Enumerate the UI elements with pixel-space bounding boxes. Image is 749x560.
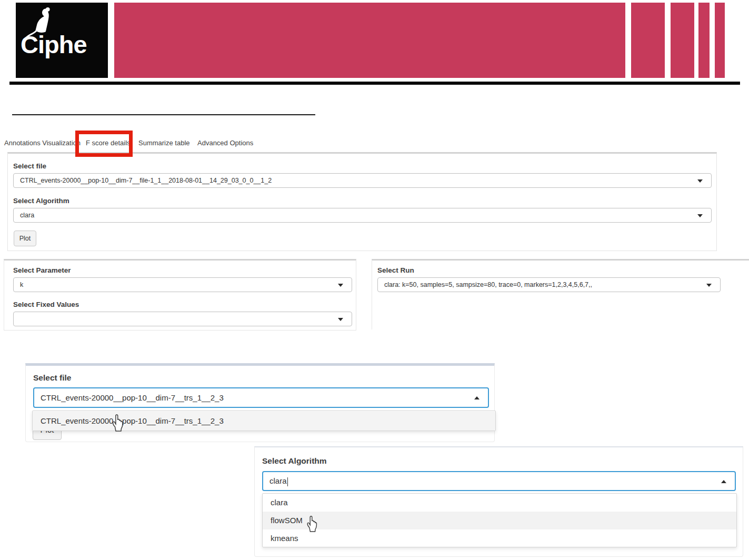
plot-button[interactable]: Plot xyxy=(14,231,36,246)
header-banner-bar xyxy=(698,3,710,78)
tab-summarize-table[interactable]: Summarize table xyxy=(138,139,190,147)
select-parameter-value: k xyxy=(20,281,23,288)
select-file-value: CTRL_events-20000__pop-10__dim-7__trs_1_… xyxy=(41,393,224,402)
select-file-label: Select file xyxy=(33,373,71,383)
ciphe-logo: Ciphe xyxy=(16,3,108,78)
tab-advanced-options[interactable]: Advanced Options xyxy=(197,139,253,147)
header-banner-bar xyxy=(631,3,665,78)
select-algorithm-options-menu: clara flowSOM kmeans xyxy=(262,493,737,547)
select-algorithm-dropdown[interactable]: clara xyxy=(13,208,712,223)
select-parameter-dropdown[interactable]: k xyxy=(13,277,352,292)
section-divider xyxy=(12,114,315,115)
caret-down-icon xyxy=(706,284,712,287)
run-panel: Select Run clara: k=50, samples=5, samps… xyxy=(372,259,749,329)
select-file-combobox-open[interactable]: CTRL_events-20000__pop-10__dim-7__trs_1_… xyxy=(33,387,489,408)
algorithm-option-clara[interactable]: clara xyxy=(263,494,736,512)
select-fixed-values-label: Select Fixed Values xyxy=(13,301,79,308)
algorithm-option-flowsom[interactable]: flowSOM xyxy=(263,512,736,529)
select-file-options-menu: CTRL_events-20000__pop-10__dim-7__trs_1_… xyxy=(32,411,496,431)
tab-annotations-visualization[interactable]: Annotations Visualization xyxy=(4,139,81,147)
select-algorithm-combobox-open[interactable]: clara xyxy=(262,471,736,491)
select-file-label: Select file xyxy=(13,162,46,170)
select-algorithm-label: Select Algorithm xyxy=(262,456,327,466)
select-run-dropdown[interactable]: clara: k=50, samples=5, sampsize=80, tra… xyxy=(377,277,721,292)
caret-up-icon xyxy=(474,396,480,399)
select-parameter-label: Select Parameter xyxy=(13,266,71,274)
caret-down-icon xyxy=(338,318,343,321)
header-divider xyxy=(9,82,740,85)
caret-down-icon xyxy=(697,214,703,217)
app-page: Ciphe Annotations Visualization F score … xyxy=(0,0,749,560)
file-option[interactable]: CTRL_events-20000__pop-10__dim-7__trs_1_… xyxy=(33,412,495,431)
select-file-value: CTRL_events-20000__pop-10__dim-7__file-1… xyxy=(20,177,272,184)
select-algorithm-value: clara xyxy=(20,212,34,219)
header-banner-bar xyxy=(671,3,694,78)
select-algorithm-zoom-panel: Select Algorithm clara clara flowSOM kme… xyxy=(254,446,743,557)
f-score-details-panel: Select file CTRL_events-20000__pop-10__d… xyxy=(7,152,717,251)
select-file-zoom-panel: Select file CTRL_events-20000__pop-10__d… xyxy=(25,363,495,442)
select-fixed-values-dropdown[interactable] xyxy=(13,312,352,326)
caret-down-icon xyxy=(338,284,343,287)
parameter-panel: Select Parameter k Select Fixed Values xyxy=(4,259,356,331)
header-banner xyxy=(114,3,625,78)
header-banner-bar xyxy=(715,3,725,78)
algorithm-option-kmeans[interactable]: kmeans xyxy=(263,529,736,547)
select-run-value: clara: k=50, samples=5, sampsize=80, tra… xyxy=(384,281,592,288)
select-algorithm-typed-value: clara xyxy=(269,476,287,485)
text-cursor xyxy=(287,477,288,486)
tab-f-score-details[interactable]: F score details xyxy=(86,139,131,147)
select-run-label: Select Run xyxy=(377,266,414,274)
select-algorithm-label: Select Algorithm xyxy=(13,197,69,205)
select-file-dropdown[interactable]: CTRL_events-20000__pop-10__dim-7__file-1… xyxy=(13,173,712,188)
caret-up-icon xyxy=(721,480,726,483)
caret-down-icon xyxy=(697,179,703,183)
logo-text: Ciphe xyxy=(21,30,87,59)
